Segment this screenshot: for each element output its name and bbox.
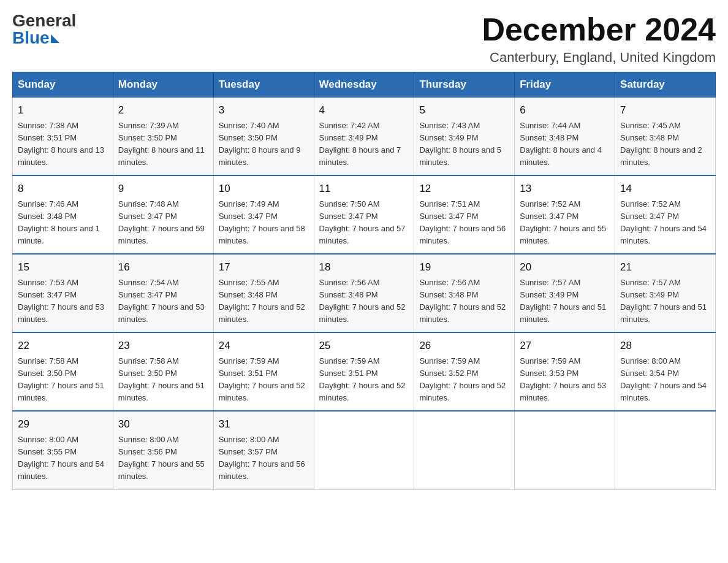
- day-info: Sunrise: 7:46 AMSunset: 3:48 PMDaylight:…: [18, 198, 108, 248]
- day-number: 28: [620, 338, 710, 354]
- calendar-cell: [314, 411, 414, 489]
- day-number: 5: [419, 102, 509, 118]
- calendar-table: SundayMondayTuesdayWednesdayThursdayFrid…: [12, 72, 716, 489]
- day-number: 7: [620, 102, 710, 118]
- day-number: 16: [118, 259, 208, 275]
- day-info: Sunrise: 8:00 AMSunset: 3:55 PMDaylight:…: [18, 434, 108, 483]
- calendar-cell: 9Sunrise: 7:48 AMSunset: 3:47 PMDaylight…: [113, 175, 213, 254]
- calendar-cell: 4Sunrise: 7:42 AMSunset: 3:49 PMDaylight…: [314, 98, 414, 176]
- calendar-cell: 6Sunrise: 7:44 AMSunset: 3:48 PMDaylight…: [515, 98, 615, 176]
- day-info: Sunrise: 7:52 AMSunset: 3:47 PMDaylight:…: [620, 198, 710, 248]
- header-saturday: Saturday: [615, 72, 716, 98]
- day-number: 25: [319, 338, 409, 354]
- day-info: Sunrise: 7:40 AMSunset: 3:50 PMDaylight:…: [219, 120, 309, 169]
- day-number: 4: [319, 102, 409, 118]
- day-number: 29: [18, 416, 108, 432]
- title-block: December 2024 Canterbury, England, Unite…: [482, 12, 716, 66]
- day-number: 21: [620, 259, 710, 275]
- calendar-cell: 19Sunrise: 7:56 AMSunset: 3:48 PMDayligh…: [414, 254, 515, 332]
- calendar-cell: 31Sunrise: 8:00 AMSunset: 3:57 PMDayligh…: [213, 411, 314, 489]
- day-number: 14: [620, 181, 710, 197]
- header-monday: Monday: [113, 72, 213, 98]
- calendar-cell: 1Sunrise: 7:38 AMSunset: 3:51 PMDaylight…: [13, 98, 113, 176]
- calendar-cell: 16Sunrise: 7:54 AMSunset: 3:47 PMDayligh…: [113, 254, 213, 332]
- day-info: Sunrise: 7:56 AMSunset: 3:48 PMDaylight:…: [319, 277, 409, 326]
- calendar-cell: 21Sunrise: 7:57 AMSunset: 3:49 PMDayligh…: [615, 254, 716, 332]
- day-info: Sunrise: 7:45 AMSunset: 3:48 PMDaylight:…: [620, 120, 710, 169]
- day-info: Sunrise: 7:50 AMSunset: 3:47 PMDaylight:…: [319, 198, 409, 248]
- calendar-cell: 8Sunrise: 7:46 AMSunset: 3:48 PMDaylight…: [13, 175, 113, 254]
- calendar-cell: 23Sunrise: 7:58 AMSunset: 3:50 PMDayligh…: [113, 332, 213, 411]
- day-info: Sunrise: 7:43 AMSunset: 3:49 PMDaylight:…: [419, 120, 509, 169]
- calendar-cell: 17Sunrise: 7:55 AMSunset: 3:48 PMDayligh…: [213, 254, 314, 332]
- calendar-cell: 14Sunrise: 7:52 AMSunset: 3:47 PMDayligh…: [615, 175, 716, 254]
- day-number: 11: [319, 181, 409, 197]
- calendar-week-3: 15Sunrise: 7:53 AMSunset: 3:47 PMDayligh…: [13, 254, 716, 332]
- day-info: Sunrise: 7:59 AMSunset: 3:52 PMDaylight:…: [419, 355, 509, 405]
- day-number: 12: [419, 181, 509, 197]
- calendar-cell: 3Sunrise: 7:40 AMSunset: 3:50 PMDaylight…: [213, 98, 314, 176]
- day-number: 26: [419, 338, 509, 354]
- calendar-week-5: 29Sunrise: 8:00 AMSunset: 3:55 PMDayligh…: [13, 411, 716, 489]
- header-wednesday: Wednesday: [314, 72, 414, 98]
- day-number: 3: [219, 102, 309, 118]
- logo-blue-text: Blue: [12, 29, 59, 47]
- day-number: 9: [118, 181, 208, 197]
- header-sunday: Sunday: [13, 72, 113, 98]
- logo-general-text: General: [12, 12, 76, 29]
- day-info: Sunrise: 7:52 AMSunset: 3:47 PMDaylight:…: [520, 198, 610, 248]
- calendar-cell: 5Sunrise: 7:43 AMSunset: 3:49 PMDaylight…: [414, 98, 515, 176]
- day-number: 24: [219, 338, 309, 354]
- day-number: 6: [520, 102, 610, 118]
- logo: General Blue: [12, 12, 76, 47]
- day-info: Sunrise: 7:57 AMSunset: 3:49 PMDaylight:…: [620, 277, 710, 326]
- calendar-cell: 25Sunrise: 7:59 AMSunset: 3:51 PMDayligh…: [314, 332, 414, 411]
- day-info: Sunrise: 7:54 AMSunset: 3:47 PMDaylight:…: [118, 277, 208, 326]
- calendar-subtitle: Canterbury, England, United Kingdom: [482, 50, 716, 66]
- header-tuesday: Tuesday: [213, 72, 314, 98]
- day-info: Sunrise: 8:00 AMSunset: 3:57 PMDaylight:…: [219, 434, 309, 483]
- day-number: 18: [319, 259, 409, 275]
- calendar-cell: 2Sunrise: 7:39 AMSunset: 3:50 PMDaylight…: [113, 98, 213, 176]
- day-info: Sunrise: 7:59 AMSunset: 3:51 PMDaylight:…: [219, 355, 309, 405]
- day-info: Sunrise: 7:39 AMSunset: 3:50 PMDaylight:…: [118, 120, 208, 169]
- day-info: Sunrise: 7:58 AMSunset: 3:50 PMDaylight:…: [18, 355, 108, 405]
- day-info: Sunrise: 7:58 AMSunset: 3:50 PMDaylight:…: [118, 355, 208, 405]
- calendar-cell: 11Sunrise: 7:50 AMSunset: 3:47 PMDayligh…: [314, 175, 414, 254]
- calendar-cell: 18Sunrise: 7:56 AMSunset: 3:48 PMDayligh…: [314, 254, 414, 332]
- calendar-cell: 15Sunrise: 7:53 AMSunset: 3:47 PMDayligh…: [13, 254, 113, 332]
- day-number: 15: [18, 259, 108, 275]
- logo-triangle-icon: [51, 34, 59, 43]
- day-number: 8: [18, 181, 108, 197]
- day-number: 20: [520, 259, 610, 275]
- day-info: Sunrise: 7:51 AMSunset: 3:47 PMDaylight:…: [419, 198, 509, 248]
- day-number: 22: [18, 338, 108, 354]
- day-info: Sunrise: 7:55 AMSunset: 3:48 PMDaylight:…: [219, 277, 309, 326]
- calendar-cell: 29Sunrise: 8:00 AMSunset: 3:55 PMDayligh…: [13, 411, 113, 489]
- calendar-cell: 22Sunrise: 7:58 AMSunset: 3:50 PMDayligh…: [13, 332, 113, 411]
- day-number: 10: [219, 181, 309, 197]
- calendar-cell: 27Sunrise: 7:59 AMSunset: 3:53 PMDayligh…: [515, 332, 615, 411]
- day-info: Sunrise: 7:49 AMSunset: 3:47 PMDaylight:…: [219, 198, 309, 248]
- calendar-cell: 26Sunrise: 7:59 AMSunset: 3:52 PMDayligh…: [414, 332, 515, 411]
- day-info: Sunrise: 8:00 AMSunset: 3:54 PMDaylight:…: [620, 355, 710, 405]
- page-header: General Blue December 2024 Canterbury, E…: [12, 12, 716, 66]
- calendar-cell: 10Sunrise: 7:49 AMSunset: 3:47 PMDayligh…: [213, 175, 314, 254]
- calendar-cell: [414, 411, 515, 489]
- header-thursday: Thursday: [414, 72, 515, 98]
- calendar-title: December 2024: [482, 12, 716, 47]
- calendar-week-1: 1Sunrise: 7:38 AMSunset: 3:51 PMDaylight…: [13, 98, 716, 176]
- day-number: 13: [520, 181, 610, 197]
- calendar-cell: 13Sunrise: 7:52 AMSunset: 3:47 PMDayligh…: [515, 175, 615, 254]
- day-info: Sunrise: 8:00 AMSunset: 3:56 PMDaylight:…: [118, 434, 208, 483]
- day-info: Sunrise: 7:44 AMSunset: 3:48 PMDaylight:…: [520, 120, 610, 169]
- day-number: 2: [118, 102, 208, 118]
- calendar-cell: 12Sunrise: 7:51 AMSunset: 3:47 PMDayligh…: [414, 175, 515, 254]
- calendar-cell: 30Sunrise: 8:00 AMSunset: 3:56 PMDayligh…: [113, 411, 213, 489]
- calendar-cell: [615, 411, 716, 489]
- calendar-cell: [515, 411, 615, 489]
- day-info: Sunrise: 7:53 AMSunset: 3:47 PMDaylight:…: [18, 277, 108, 326]
- calendar-cell: 7Sunrise: 7:45 AMSunset: 3:48 PMDaylight…: [615, 98, 716, 176]
- day-number: 1: [18, 102, 108, 118]
- day-number: 23: [118, 338, 208, 354]
